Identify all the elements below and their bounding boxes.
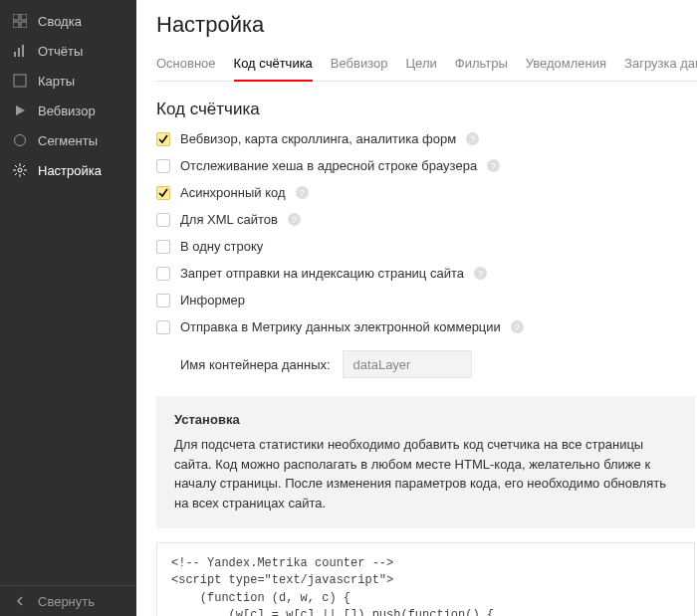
svg-line-18	[23, 165, 25, 167]
svg-line-16	[23, 173, 25, 175]
svg-marker-8	[16, 105, 25, 115]
svg-rect-2	[13, 22, 19, 28]
sidebar-footer: Свернуть	[0, 585, 136, 616]
sidebar: Сводка Отчёты Карты Вебвизор	[0, 0, 136, 616]
option-label: Отправка в Метрику данных электронной ко…	[180, 319, 501, 334]
checkbox-ecommerce[interactable]	[156, 320, 170, 334]
sidebar-item-label: Настройка	[38, 163, 102, 178]
tab-filters[interactable]: Фильтры	[455, 50, 508, 81]
checkbox-xml-sites[interactable]	[156, 213, 170, 227]
tab-data-upload[interactable]: Загрузка данных	[624, 50, 697, 81]
section-title: Код счётчика	[156, 100, 697, 119]
svg-rect-5	[18, 48, 20, 57]
svg-line-17	[15, 173, 17, 175]
checkbox-webvisor[interactable]	[156, 132, 170, 146]
checkbox-one-line[interactable]	[156, 240, 170, 254]
svg-rect-4	[14, 52, 16, 57]
container-field-label: Имя контейнера данных:	[180, 357, 331, 372]
gear-icon	[12, 162, 28, 178]
option-label: Информер	[180, 293, 245, 308]
sidebar-item-label: Сводка	[38, 14, 82, 29]
help-icon[interactable]: ?	[296, 186, 309, 199]
install-box: Установка Для подсчета статистики необхо…	[156, 396, 695, 528]
tab-webvisor[interactable]: Вебвизор	[331, 50, 388, 81]
install-title: Установка	[174, 412, 677, 427]
tabs: Основное Код счётчика Вебвизор Цели Филь…	[156, 50, 697, 82]
checkbox-informer[interactable]	[156, 294, 170, 308]
help-icon[interactable]: ?	[288, 213, 301, 226]
container-name-input[interactable]	[343, 350, 472, 378]
option-label: В одну строку	[180, 239, 263, 254]
sidebar-item-label: Вебвизор	[38, 103, 96, 118]
help-icon[interactable]: ?	[487, 159, 500, 172]
sidebar-item-settings[interactable]: Настройка	[0, 155, 136, 185]
square-icon	[12, 73, 28, 89]
play-icon	[12, 103, 28, 118]
svg-rect-6	[22, 45, 24, 57]
option-row: Запрет отправки на индексацию страниц са…	[156, 266, 697, 281]
svg-rect-7	[14, 75, 26, 87]
svg-rect-1	[21, 14, 27, 20]
help-icon[interactable]: ?	[474, 267, 487, 280]
bars-icon	[12, 43, 28, 59]
option-row: Отправка в Метрику данных электронной ко…	[156, 319, 697, 334]
tab-counter-code[interactable]: Код счётчика	[234, 50, 313, 81]
sidebar-item-segments[interactable]: Сегменты	[0, 125, 136, 155]
option-row: Для XML сайтов ?	[156, 212, 697, 227]
help-icon[interactable]: ?	[466, 132, 479, 145]
option-label: Для XML сайтов	[180, 212, 278, 227]
sidebar-collapse-label: Свернуть	[38, 594, 95, 609]
tab-notifications[interactable]: Уведомления	[526, 50, 606, 81]
checkbox-async-code[interactable]	[156, 186, 170, 200]
install-body: Для подсчета статистики необходимо добав…	[174, 435, 677, 513]
sidebar-item-webvisor[interactable]: Вебвизор	[0, 96, 136, 125]
sidebar-nav: Сводка Отчёты Карты Вебвизор	[0, 0, 136, 585]
sidebar-item-label: Сегменты	[38, 133, 98, 148]
sidebar-item-label: Отчёты	[38, 44, 83, 59]
option-label: Отслеживание хеша в адресной строке брау…	[180, 158, 477, 173]
checkbox-hash-tracking[interactable]	[156, 159, 170, 173]
tab-goals[interactable]: Цели	[406, 50, 437, 81]
code-snippet[interactable]: <!-- Yandex.Metrika counter --> <script …	[156, 542, 695, 616]
main: Настройка Основное Код счётчика Вебвизор…	[136, 0, 697, 616]
option-row: В одну строку	[156, 239, 697, 254]
option-label: Вебвизор, карта скроллинга, аналитика фо…	[180, 131, 456, 146]
option-row: Отслеживание хеша в адресной строке брау…	[156, 158, 697, 173]
options-list: Вебвизор, карта скроллинга, аналитика фо…	[156, 131, 697, 334]
sidebar-item-maps[interactable]: Карты	[0, 66, 136, 96]
svg-point-10	[18, 168, 22, 172]
option-row: Информер	[156, 293, 697, 308]
circle-icon	[12, 132, 28, 148]
option-row: Асинхронный код ?	[156, 185, 697, 200]
grid-icon	[12, 13, 28, 29]
option-label: Асинхронный код	[180, 185, 286, 200]
container-field-row: Имя контейнера данных:	[180, 350, 697, 378]
sidebar-item-label: Карты	[38, 74, 75, 89]
sidebar-item-summary[interactable]: Сводка	[0, 6, 136, 36]
sidebar-item-reports[interactable]: Отчёты	[0, 36, 136, 66]
option-label: Запрет отправки на индексацию страниц са…	[180, 266, 464, 281]
svg-rect-0	[13, 14, 19, 20]
svg-point-9	[15, 135, 26, 146]
help-icon[interactable]: ?	[511, 320, 524, 333]
option-row: Вебвизор, карта скроллинга, аналитика фо…	[156, 131, 697, 146]
page-title: Настройка	[156, 12, 697, 38]
svg-line-15	[15, 165, 17, 167]
checkbox-noindex[interactable]	[156, 267, 170, 281]
chevron-left-icon	[12, 593, 28, 609]
svg-rect-3	[21, 22, 27, 28]
sidebar-collapse[interactable]: Свернуть	[0, 586, 136, 616]
tab-main[interactable]: Основное	[156, 50, 216, 81]
